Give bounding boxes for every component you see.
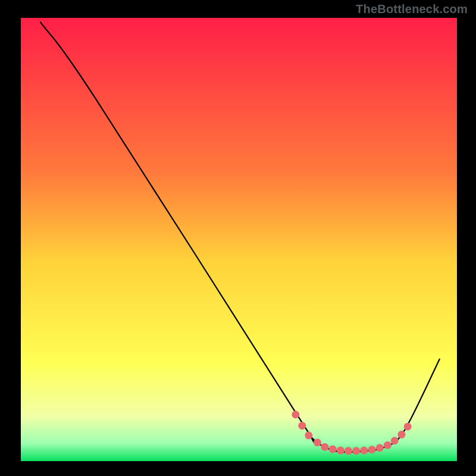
chart-stage: TheBottleneck.com xyxy=(0,0,476,476)
watermark-text: TheBottleneck.com xyxy=(356,2,468,16)
highlight-dot xyxy=(397,431,405,439)
highlight-dot xyxy=(337,447,345,455)
highlight-dot xyxy=(352,447,360,455)
highlight-dot xyxy=(298,422,306,430)
highlight-dot xyxy=(368,446,376,453)
highlight-dot xyxy=(345,447,352,455)
highlight-dot xyxy=(305,431,312,439)
highlight-dot xyxy=(360,447,368,455)
highlight-dot xyxy=(391,437,399,444)
highlight-dot xyxy=(376,444,384,452)
highlight-dot xyxy=(404,422,412,430)
highlight-dot xyxy=(321,443,328,451)
highlight-dot xyxy=(292,411,299,418)
highlight-dot xyxy=(314,439,321,446)
bottleneck-chart xyxy=(0,0,476,476)
highlight-dot xyxy=(384,441,392,449)
highlight-dot xyxy=(329,445,337,453)
